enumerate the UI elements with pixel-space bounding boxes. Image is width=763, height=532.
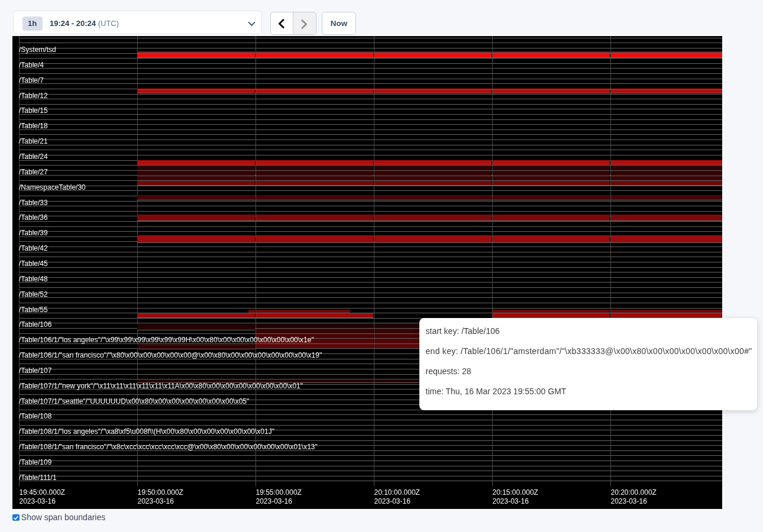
svg-text:/Table/12: /Table/12 <box>19 91 48 99</box>
svg-text:19:45:00.000Z: 19:45:00.000Z <box>20 488 65 496</box>
svg-text:/Table/42: /Table/42 <box>19 244 48 252</box>
svg-text:/Table/4: /Table/4 <box>19 60 44 69</box>
svg-text:/Table/15: /Table/15 <box>19 106 48 115</box>
svg-text:/Table/108/1/"san francisco"/": /Table/108/1/"san francisco"/"\x8c\xcc\x… <box>19 443 318 451</box>
svg-text:/Table/107/1/"new york"/"\x11\: /Table/107/1/"new york"/"\x11\x11\x11\x1… <box>19 381 303 390</box>
svg-text:20:20:00.000Z: 20:20:00.000Z <box>611 488 657 496</box>
svg-text:/Table/55: /Table/55 <box>19 305 48 313</box>
svg-text:/Table/52: /Table/52 <box>19 290 48 298</box>
svg-text:/Table/39: /Table/39 <box>19 229 48 237</box>
svg-text:/Table/24: /Table/24 <box>19 153 48 161</box>
svg-text:/Table/33: /Table/33 <box>19 198 48 206</box>
svg-text:19:50:00.000Z: 19:50:00.000Z <box>138 488 183 496</box>
svg-text:2023-03-16: 2023-03-16 <box>20 497 56 505</box>
svg-text:/Table/21: /Table/21 <box>19 137 48 145</box>
svg-text:/Table/108: /Table/108 <box>19 412 52 420</box>
svg-text:/System/tsd: /System/tsd <box>19 46 56 54</box>
svg-text:/Table/48: /Table/48 <box>19 274 48 283</box>
svg-text:2023-03-16: 2023-03-16 <box>374 497 411 505</box>
svg-text:/Table/36: /Table/36 <box>19 213 48 222</box>
svg-text:/Table/109: /Table/109 <box>19 458 52 466</box>
svg-text:/Table/45: /Table/45 <box>19 259 48 267</box>
svg-text:20:10:00.000Z: 20:10:00.000Z <box>374 488 420 496</box>
svg-text:2023-03-16: 2023-03-16 <box>138 497 174 505</box>
svg-text:2023-03-16: 2023-03-16 <box>611 497 648 505</box>
svg-text:/Table/107/1/"seattle"/"UUUUUU: /Table/107/1/"seattle"/"UUUUUUD\x00\x80\… <box>19 397 249 405</box>
svg-text:/Table/111/1: /Table/111/1 <box>19 473 57 481</box>
svg-text:20:15:00.000Z: 20:15:00.000Z <box>493 488 538 496</box>
svg-text:/Table/108/1/"los angeles"/"\x: /Table/108/1/"los angeles"/"\xa8\xf5\u00… <box>19 427 274 436</box>
svg-text:19:55:00.000Z: 19:55:00.000Z <box>256 488 302 496</box>
svg-text:2023-03-16: 2023-03-16 <box>493 497 529 505</box>
svg-text:/Table/106: /Table/106 <box>19 320 52 329</box>
svg-text:/Table/27: /Table/27 <box>19 167 48 176</box>
svg-text:/Table/106/1/"san francisco"/": /Table/106/1/"san francisco"/"\x80\x00\x… <box>19 351 322 359</box>
svg-text:/Table/106/1/"los angeles"/"\x: /Table/106/1/"los angeles"/"\x99\x99\x99… <box>19 336 314 344</box>
svg-text:/Table/18: /Table/18 <box>19 122 48 130</box>
svg-text:/Table/107: /Table/107 <box>19 366 52 374</box>
svg-text:2023-03-16: 2023-03-16 <box>256 497 293 505</box>
svg-text:/Table/7: /Table/7 <box>19 76 44 84</box>
svg-text:/NamespaceTable/30: /NamespaceTable/30 <box>19 183 86 191</box>
